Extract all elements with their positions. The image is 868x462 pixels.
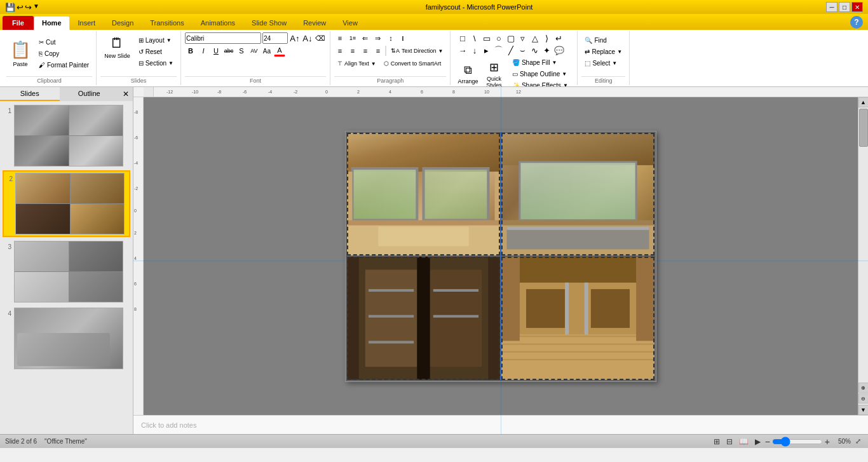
save-icon[interactable]: 💾 [5,3,15,12]
arrange-button[interactable]: ⧉ Arrange [457,61,479,87]
zoom-minus-button[interactable]: − [765,437,770,447]
arrow-right-btn[interactable]: → [457,44,468,56]
arrow-down-btn[interactable]: ↓ [469,44,480,56]
slide-sorter-button[interactable]: ⊟ [724,437,735,447]
more-shapes-btn[interactable]: ▿ [517,32,529,44]
help-icon[interactable]: ? [850,16,863,29]
rect-shape-btn[interactable]: □ [457,32,468,44]
minimize-button[interactable]: ─ [826,2,837,12]
expand-shapes-btn[interactable]: ▸ [481,44,492,56]
text-shadow-button[interactable]: S [236,45,247,57]
replace-button[interactable]: ⇄ Replace ▼ [581,46,625,57]
slide-thumb-4[interactable]: 4 [3,306,130,370]
convert-smartart-button[interactable]: ⬡ Convert to SmartArt [381,58,445,69]
align-text-button[interactable]: ⊤ Align Text ▼ [334,58,379,69]
slideshow-view-button[interactable]: ▶ [753,437,763,447]
tab-design[interactable]: Design [104,16,142,30]
slides-tab[interactable]: Slides [0,87,60,101]
triangle-shape-btn[interactable]: △ [529,32,541,44]
line-spacing-button[interactable]: ↕ [385,32,397,44]
callout-btn[interactable]: 💬 [553,44,565,56]
star-btn[interactable]: ✦ [541,44,553,56]
undo-icon[interactable]: ↩ [17,3,24,12]
notes-area[interactable]: Click to add notes [133,415,868,434]
char-spacing-button[interactable]: AV [248,45,260,57]
reading-view-button[interactable]: 📖 [737,437,750,447]
zoom-level[interactable]: 50% [832,438,851,445]
arrow-shape-btn[interactable]: ⟩ [541,32,553,44]
font-family-select[interactable] [185,32,261,44]
rect2-shape-btn[interactable]: ▭ [481,32,492,44]
paste-button[interactable]: 📋 Paste [6,37,34,70]
shape-outline-button[interactable]: ▭ Shape Outline ▼ [509,69,571,79]
scroll-thumb[interactable] [859,109,868,147]
close-panel-button[interactable]: ✕ [119,87,133,101]
close-button[interactable]: ✕ [851,2,863,12]
scroll-expand-button[interactable]: ⊕ [858,383,869,393]
zoom-plus-button[interactable]: + [825,437,830,447]
font-grow-button[interactable]: A↑ [289,32,301,44]
tab-home[interactable]: Home [34,16,70,30]
customize-qa-icon[interactable]: ▼ [33,3,39,12]
scroll-contract-button[interactable]: ⊖ [858,393,869,404]
change-case-button[interactable]: Aa [261,45,273,57]
cut-button[interactable]: ✂ Cut [36,37,92,48]
align-left-button[interactable]: ≡ [334,45,346,57]
normal-view-button[interactable]: ⊞ [712,437,722,447]
strikethrough-button[interactable]: abc [223,45,234,57]
shape-fill-button[interactable]: 🪣 Shape Fill ▼ [509,57,571,68]
font-size-input[interactable] [262,32,288,44]
scroll-up-button[interactable]: ▲ [858,97,869,107]
tab-insert[interactable]: Insert [70,16,104,30]
italic-button[interactable]: I [198,45,209,57]
tab-view[interactable]: View [334,16,366,30]
reset-button[interactable]: ↺ Reset [135,46,177,57]
bent-arrow-btn[interactable]: ↵ [553,32,565,44]
slide-viewport[interactable] [144,97,858,415]
round-rect-shape-btn[interactable]: ▢ [505,32,517,44]
decrease-indent-button[interactable]: ⇐ [360,32,371,44]
format-painter-button[interactable]: 🖌 Format Painter [36,60,92,71]
underline-button[interactable]: U [210,45,222,57]
bullets-button[interactable]: ≡ [334,32,346,44]
columns-button[interactable]: ⫿ [398,32,409,44]
align-right-button[interactable]: ≡ [360,45,371,57]
quick-styles-button[interactable]: ⊞ Quick Styles [480,58,508,88]
increase-indent-button[interactable]: ⇒ [372,32,384,44]
select-button[interactable]: ⬚ Select ▼ [581,58,620,69]
section-button[interactable]: ⊟ Section ▼ [135,58,177,69]
fit-window-button[interactable]: ⤢ [853,437,863,446]
zoom-slider[interactable] [772,438,823,445]
layout-button[interactable]: ⊞ Layout ▼ [135,35,177,46]
font-shrink-button[interactable]: A↓ [302,32,313,44]
align-center-button[interactable]: ≡ [347,45,358,57]
slide-canvas[interactable] [345,131,656,382]
text-direction-button[interactable]: ⇅A Text Direction ▼ [388,46,446,56]
arc-btn[interactable]: ⌣ [517,44,529,56]
line-shape-btn[interactable]: \ [469,32,480,44]
slide-thumb-3[interactable]: 3 [3,240,130,304]
font-color-button[interactable]: A [274,45,285,57]
maximize-button[interactable]: □ [839,2,850,12]
shape-effects-button[interactable]: ✨ Shape Effects ▼ [509,80,571,87]
freeform-btn[interactable]: ∿ [529,44,541,56]
numbering-button[interactable]: 1≡ [347,32,358,44]
find-button[interactable]: 🔍 Find [581,35,609,46]
new-slide-button[interactable]: 🗒 New Slide [100,32,134,62]
right-scrollbar[interactable]: ▲ ⊕ ⊖ ▼ [858,97,868,415]
redo-icon[interactable]: ↪ [25,3,32,12]
tab-transitions[interactable]: Transitions [142,16,192,30]
slide-thumb-2[interactable]: 2 [3,170,130,237]
tab-animations[interactable]: Animations [193,16,243,30]
curve-btn[interactable]: ⌒ [493,44,505,56]
tab-review[interactable]: Review [295,16,334,30]
justify-button[interactable]: ≡ [372,45,384,57]
slide-thumb-1[interactable]: 1 [3,104,130,168]
tab-file[interactable]: File [3,16,34,30]
tab-slideshow[interactable]: Slide Show [243,16,295,30]
copy-button[interactable]: ⎘ Copy [36,48,92,59]
clear-format-button[interactable]: ⌫ [315,32,326,44]
scroll-down-button[interactable]: ▼ [858,405,869,415]
outline-tab[interactable]: Outline [60,87,119,101]
line2-btn[interactable]: ╱ [505,44,517,56]
